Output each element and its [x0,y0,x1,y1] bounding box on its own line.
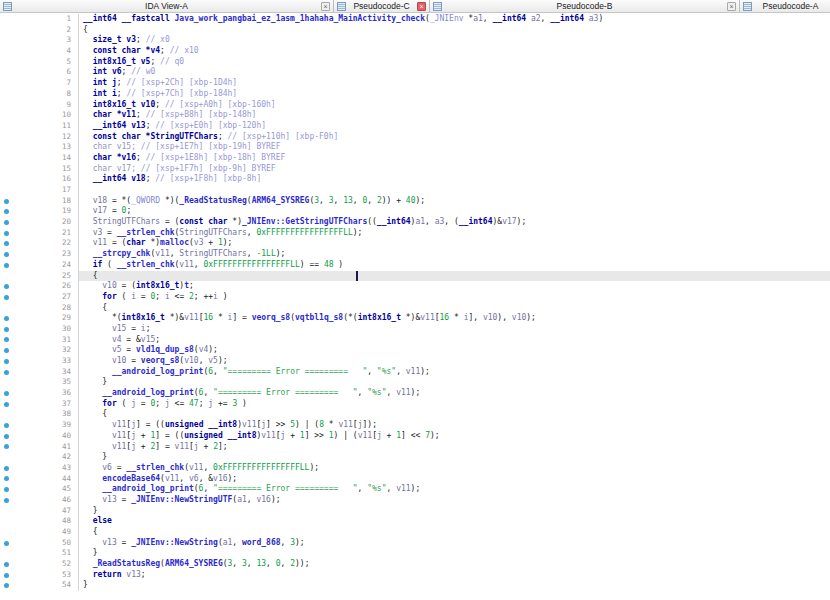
code-text: v11 = (char *)malloc(v3 + 1); [79,238,830,249]
code-line[interactable]: 28 { [0,303,830,314]
code-line[interactable]: 16 __int64 v18; // [xsp+1F8h] [xbp-8h] [0,174,830,185]
line-number: 48 [12,516,78,527]
gutter: 22 [0,238,79,249]
close-tab-button[interactable]: × [417,2,426,11]
code-line[interactable]: 8 int i; // [xsp+7Ch] [xbp-184h] [0,89,830,100]
gutter: 40 [0,431,79,442]
address-dot-icon [0,313,12,324]
tab-pseudocode-a[interactable]: Pseudocode-A [740,0,830,12]
line-number: 43 [12,463,78,474]
code-line[interactable]: 15 char v17; // [xsp+1F7h] [xbp-9h] BYRE… [0,164,830,175]
code-text: __int64 __fastcall Java_work_pangbai_ez_… [79,14,830,25]
tab-ida-view-a[interactable]: IDA View-A× [0,0,334,12]
code-line[interactable]: 39 v11[j] = ((unsigned __int8)v11[j] >> … [0,420,830,431]
code-text: char *v11; // [xsp+B8h] [xbp-148h] [79,110,830,121]
gutter: 11 [0,121,79,132]
code-line[interactable]: 37 for ( j = 0; j <= 47; j += 3 ) [0,399,830,410]
code-line[interactable]: 49 { [0,527,830,538]
code-line[interactable]: 6 int v6; // w0 [0,67,830,78]
code-line[interactable]: 17 [0,185,830,196]
address-dot-icon [0,516,12,527]
code-line[interactable]: 47 } [0,506,830,517]
code-line[interactable]: 35 } [0,377,830,388]
code-text: __int64 v13; // [xsp+E0h] [xbp-120h] [79,121,830,132]
address-dot-icon [0,153,12,164]
code-line[interactable]: 51 } [0,548,830,559]
code-line[interactable]: 24 if ( __strlen_chk(v11, 0xFFFFFFFFFFFF… [0,260,830,271]
code-text: { [79,303,830,314]
gutter: 35 [0,377,79,388]
code-text: int8x16_t v10; // [xsp+A0h] [xbp-160h] [79,100,830,111]
code-line[interactable]: 30 v15 = i; [0,324,830,335]
code-line[interactable]: 54} [0,580,830,591]
code-line[interactable]: 32 v5 = vld1q_dup_s8(v4); [0,345,830,356]
code-line[interactable]: 33 v10 = veorq_s8(v10, v5); [0,356,830,367]
address-dot-icon [0,388,12,399]
gutter: 42 [0,452,79,463]
close-tab-button[interactable]: × [727,2,736,11]
code-line[interactable]: 53 return v13; [0,570,830,581]
code-line[interactable]: 14 char *v16; // [xsp+1E8h] [xbp-18h] BY… [0,153,830,164]
line-number: 27 [12,292,78,303]
address-dot-icon [0,206,12,217]
gutter: 51 [0,548,79,559]
gutter: 32 [0,345,79,356]
gutter: 47 [0,506,79,517]
address-dot-icon [0,292,12,303]
address-dot-icon [0,463,12,474]
code-line[interactable]: 20 StringUTFChars = (const char *)_JNIEn… [0,217,830,228]
code-line[interactable]: 10 char *v11; // [xsp+B8h] [xbp-148h] [0,110,830,121]
code-line[interactable]: 25 { [0,271,830,282]
address-dot-icon [0,356,12,367]
code-line[interactable]: 44 encodeBase64(v11, v6, &v16); [0,474,830,485]
tab-pseudocode-b[interactable]: Pseudocode-B× [430,0,740,12]
address-dot-icon [0,217,12,228]
address-dot-icon [0,164,12,175]
tab-pseudocode-c[interactable]: Pseudocode-C× [334,0,430,12]
code-line[interactable]: 19 v17 = 0; [0,206,830,217]
code-line[interactable]: 31 v4 = &v15; [0,335,830,346]
code-line[interactable]: 50 v13 = _JNIEnv::NewString(a1, word_868… [0,538,830,549]
gutter: 5 [0,57,79,68]
code-line[interactable]: 23 __strcpy_chk(v11, StringUTFChars, -1L… [0,249,830,260]
code-line[interactable]: 40 v11[j + 1] = ((unsigned __int8)v11[j … [0,431,830,442]
code-line[interactable]: 48 else [0,516,830,527]
code-text: return v13; [79,570,830,581]
code-line[interactable]: 9 int8x16_t v10; // [xsp+A0h] [xbp-160h] [0,100,830,111]
code-line[interactable]: 7 int j; // [xsp+2Ch] [xbp-1D4h] [0,78,830,89]
code-text: { [79,271,830,282]
code-line[interactable]: 27 for ( i = 0; i <= 2; ++i ) [0,292,830,303]
close-tab-button[interactable]: × [321,2,330,11]
line-number: 31 [12,335,78,346]
line-number: 14 [12,153,78,164]
gutter: 30 [0,324,79,335]
code-line[interactable]: 1__int64 __fastcall Java_work_pangbai_ez… [0,14,830,25]
code-line[interactable]: 13 char v15; // [xsp+1E7h] [xbp-19h] BYR… [0,142,830,153]
code-line[interactable]: 11 __int64 v13; // [xsp+E0h] [xbp-120h] [0,121,830,132]
code-line[interactable]: 41 v11[j + 2] = v11[j + 2]; [0,442,830,453]
code-line[interactable]: 5 int8x16_t v5; // q0 [0,57,830,68]
code-line[interactable]: 4 const char *v4; // x10 [0,46,830,57]
code-line[interactable]: 26 v10 = (int8x16_t)t; [0,281,830,292]
code-line[interactable]: 46 v13 = _JNIEnv::NewStringUTF(a1, v16); [0,495,830,506]
code-line[interactable]: 21 v3 = __strlen_chk(StringUTFChars, 0xF… [0,228,830,239]
code-line[interactable]: 29 *(int8x16_t *)&v11[16 * i] = veorq_s8… [0,313,830,324]
code-line[interactable]: 18 v18 = *(_QWORD *)(_ReadStatusReg(ARM6… [0,196,830,207]
code-line[interactable]: 52 _ReadStatusReg(ARM64_SYSREG(3, 3, 13,… [0,559,830,570]
address-dot-icon [0,452,12,463]
code-line[interactable]: 22 v11 = (char *)malloc(v3 + 1); [0,238,830,249]
code-text: v11[j + 1] = ((unsigned __int8)v11[j + 1… [79,431,830,442]
line-number: 45 [12,484,78,495]
code-line[interactable]: 43 v6 = __strlen_chk(v11, 0xFFFFFFFFFFFF… [0,463,830,474]
code-line[interactable]: 2{ [0,25,830,36]
code-text: v5 = vld1q_dup_s8(v4); [79,345,830,356]
code-line[interactable]: 3 size_t v3; // x0 [0,35,830,46]
code-line[interactable]: 45 __android_log_print(6, "========= Err… [0,484,830,495]
code-line[interactable]: 42 } [0,452,830,463]
gutter: 13 [0,142,79,153]
code-line[interactable]: 12 const char *StringUTFChars; // [xsp+1… [0,132,830,143]
pseudocode-view[interactable]: 1__int64 __fastcall Java_work_pangbai_ez… [0,14,830,600]
code-line[interactable]: 38 { [0,409,830,420]
code-line[interactable]: 36 __android_log_print(6, "========= Err… [0,388,830,399]
code-line[interactable]: 34 __android_log_print(6, "========= Err… [0,367,830,378]
